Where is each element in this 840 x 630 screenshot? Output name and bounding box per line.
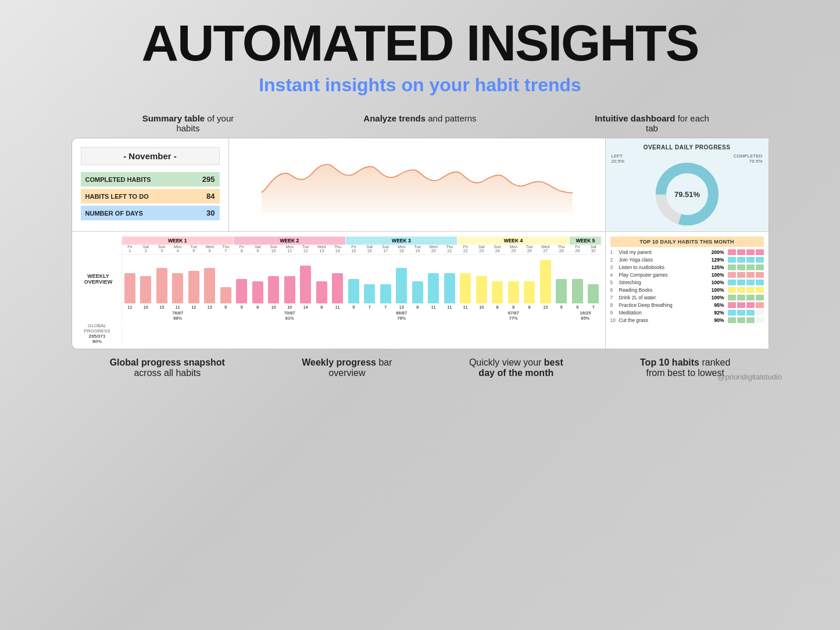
top10-name: Play Computer games — [619, 272, 701, 278]
top10-item: 4 Play Computer games 100% — [610, 272, 764, 278]
top10-rank: 5 — [610, 280, 619, 285]
top10-name: Practice Deep Breathing — [619, 302, 701, 308]
completed-row: 11 10 13 11 12 13 6 9 8 10 10 — [122, 305, 602, 309]
top10-panel: TOP 10 DAILY HABITS THIS MONTH 1 Visit m… — [606, 232, 768, 349]
dashboard: - November - COMPLETED HABITS 295 HABITS… — [72, 138, 769, 349]
labels-above: Summary table of your habits Analyze tre… — [72, 113, 769, 133]
week3-header: WEEK 3 — [346, 237, 458, 245]
week2-header: WEEK 2 — [234, 237, 346, 245]
week5-header: WEEK 5 — [570, 237, 602, 245]
top10-title: TOP 10 DAILY HABITS THIS MONTH — [610, 237, 764, 247]
donut-left-label: LEFT 20.5% — [612, 153, 625, 164]
top10-rank: 7 — [610, 295, 619, 300]
top10-name: Listen to Audiobooks — [619, 264, 701, 270]
top10-pct: 100% — [701, 280, 724, 285]
top10-rank: 8 — [610, 302, 619, 308]
top10-pct: 200% — [701, 249, 724, 255]
donut-panel: OVERALL DAILY PROGRESS LEFT 20.5% COMPLE… — [606, 138, 768, 231]
top10-pct: 100% — [701, 287, 724, 293]
top10-pct: 95% — [701, 302, 724, 308]
trends-label: Analyze trends and patterns — [363, 113, 476, 133]
global-progress-label: GLOBAL PROGRESS — [76, 323, 119, 334]
bars-row — [122, 254, 602, 303]
top10-name: Visit my parent — [619, 249, 701, 255]
top10-item: 5 Stretching 100% — [610, 280, 764, 285]
weekly-overview-label: WEEKLY OVERVIEW — [76, 273, 121, 285]
bottom-row: WEEKLY OVERVIEW WEEK 1 WEEK 2 WEEK 3 WEE… — [72, 232, 768, 349]
top10-bars — [728, 317, 764, 323]
top10-item: 10 Cut the grass 90% — [610, 317, 764, 323]
weekly-progress-row: 76/8788% 70/8781% 66/8776% 67/8777% 16/2… — [122, 310, 602, 321]
top10-item: 3 Listen to Audiobooks 125% — [610, 264, 764, 270]
habits-left-label: HABITS LEFT TO DO — [85, 193, 149, 200]
top10-name: Reading Books — [619, 287, 701, 293]
top10-pct: 92% — [701, 310, 724, 316]
completed-habits-value: 295 — [202, 175, 215, 184]
trend-panel — [229, 138, 606, 231]
top10-item: 8 Practice Deep Breathing 95% — [610, 302, 764, 308]
top10-item: 6 Reading Books 100% — [610, 287, 764, 293]
top10-rank: 6 — [610, 287, 619, 293]
top10-bars — [728, 280, 764, 285]
top10-rank: 1 — [610, 249, 619, 255]
top10-bars — [728, 249, 764, 255]
trend-chart — [235, 144, 599, 214]
num-days-value: 30 — [206, 209, 215, 217]
weekly-panel: WEEKLY OVERVIEW WEEK 1 WEEK 2 WEEK 3 WEE… — [72, 232, 606, 349]
top10-name: Join Yoga class — [619, 257, 701, 263]
completed-habits-label: COMPLETED HABITS — [85, 176, 151, 183]
top10-rank: 10 — [610, 317, 619, 323]
top-row: - November - COMPLETED HABITS 295 HABITS… — [72, 138, 768, 232]
top10-bars — [728, 287, 764, 293]
top10-pct: 129% — [701, 257, 724, 263]
top10-item: 9 Meditation 92% — [610, 310, 764, 316]
top10-name: Drink 2L of water — [619, 295, 701, 300]
week-headers: WEEK 1 WEEK 2 WEEK 3 WEEK 4 WEEK 5 — [122, 237, 602, 245]
summary-panel: - November - COMPLETED HABITS 295 HABITS… — [72, 138, 229, 231]
week1-header: WEEK 1 — [122, 237, 234, 245]
top10-bars — [728, 310, 764, 316]
svg-text:79.51%: 79.51% — [674, 190, 700, 199]
week4-header: WEEK 4 — [457, 237, 570, 245]
top10-item: 2 Join Yoga class 129% — [610, 257, 764, 263]
top10-name: Meditation — [619, 310, 701, 316]
top10-rank: 9 — [610, 310, 619, 316]
top10-item: 1 Visit my parent 200% — [610, 249, 764, 255]
top10-bars — [728, 302, 764, 308]
top10-rank: 2 — [610, 257, 619, 263]
habits-left-value: 84 — [206, 192, 215, 201]
top10-name: Stretching — [619, 280, 701, 285]
ann-best-day: Quickly view your bestday of the month — [469, 357, 563, 378]
completed-habits-row: COMPLETED HABITS 295 — [81, 172, 220, 187]
top10-list: 1 Visit my parent 200% 2 Join Yoga class… — [610, 249, 764, 323]
top10-name: Cut the grass — [619, 317, 701, 323]
global-progress-section: GLOBAL PROGRESS 295/37180% — [76, 323, 602, 344]
main-title: AUTOMATED INSIGHTS — [141, 17, 698, 69]
habits-left-row: HABITS LEFT TO DO 84 — [81, 189, 220, 203]
donut-title: OVERALL DAILY PROGRESS — [612, 144, 763, 151]
ann-weekly-progress: Weekly progress baroverview — [302, 357, 392, 378]
annotations-below: Global progress snapshotacross all habit… — [72, 357, 769, 378]
day-num-row: 1 2 3 4 5 6 7 8 9 10 11 — [122, 249, 602, 253]
month-title: - November - — [81, 147, 220, 165]
top10-bars — [728, 272, 764, 278]
donut-chart: 79.51% — [652, 159, 722, 229]
donut-completed-label: COMPLETED 79.5% — [734, 153, 763, 164]
num-days-row: NUMBER OF DAYS 30 — [81, 206, 220, 220]
watermark: @prioridigitalstudio — [717, 373, 782, 381]
top10-pct: 100% — [701, 295, 724, 300]
ann-global-progress: Global progress snapshotacross all habit… — [110, 357, 225, 378]
top10-rank: 3 — [610, 264, 619, 270]
ann-top10: Top 10 habits rankedfrom best to lowest — [640, 357, 730, 378]
num-days-label: NUMBER OF DAYS — [85, 210, 143, 217]
top10-bars — [728, 295, 764, 300]
top10-bars — [728, 264, 764, 270]
dashboard-label: Intuitive dashboard for each tab — [594, 113, 710, 133]
top10-bars — [728, 257, 764, 263]
day-name-row: Fri Sat Sun Mon Tue Wed Thu Fri Sat Sun — [122, 245, 602, 249]
top10-pct: 125% — [701, 264, 724, 270]
top10-pct: 100% — [701, 272, 724, 278]
summary-label: Summary table of your habits — [130, 113, 246, 133]
subtitle: Instant insights on your habit trends — [259, 74, 581, 96]
donut-container: 79.51% — [612, 165, 763, 223]
